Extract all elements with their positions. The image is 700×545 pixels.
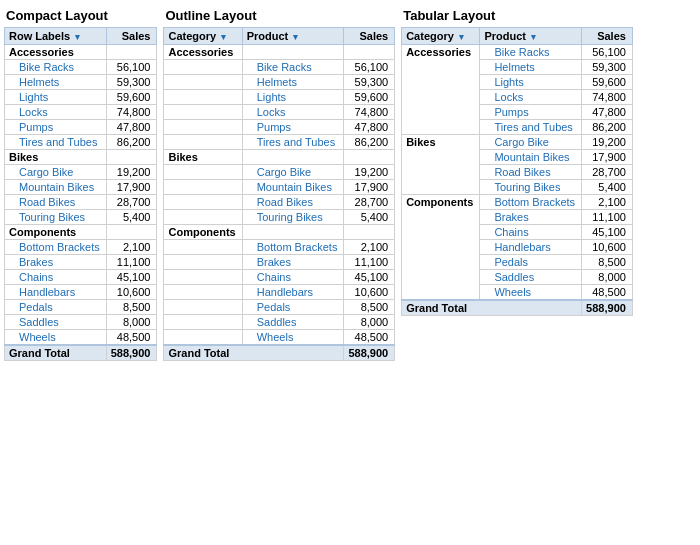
product-name: Touring Bikes xyxy=(5,210,107,225)
outline-category-empty xyxy=(164,90,242,105)
product-name: Mountain Bikes xyxy=(480,150,582,165)
product-row: Handlebars10,600 xyxy=(5,285,157,300)
product-sales: 28,700 xyxy=(106,195,157,210)
grand-total-label: Grand Total xyxy=(402,300,582,316)
product-row: Locks74,800 xyxy=(5,105,157,120)
product-row: Handlebars10,600 xyxy=(164,285,395,300)
product-name: Brakes xyxy=(5,255,107,270)
product-row: Helmets59,300 xyxy=(164,75,395,90)
product-row: Tires and Tubes86,200 xyxy=(5,135,157,150)
product-name: Tires and Tubes xyxy=(5,135,107,150)
outline-category-empty xyxy=(164,330,242,346)
product-row: Bottom Brackets2,100 xyxy=(5,240,157,255)
product-row: Saddles8,000 xyxy=(5,315,157,330)
tabular-header-sales[interactable]: Sales xyxy=(582,28,633,45)
product-row: Touring Bikes5,400 xyxy=(164,210,395,225)
product-row: Mountain Bikes17,900 xyxy=(164,180,395,195)
outline-category-empty xyxy=(164,240,242,255)
filter-icon[interactable]: ▾ xyxy=(531,32,536,42)
tabular-table: Category ▾ Product ▾ Sales AccessoriesBi… xyxy=(401,27,633,316)
product-row: Lights59,600 xyxy=(164,90,395,105)
product-row: Wheels48,500 xyxy=(5,330,157,346)
product-name: Lights xyxy=(5,90,107,105)
outline-category-empty xyxy=(164,210,242,225)
product-name: Brakes xyxy=(242,255,344,270)
product-row: Chains45,100 xyxy=(5,270,157,285)
product-row: Chains45,100 xyxy=(164,270,395,285)
filter-icon[interactable]: ▾ xyxy=(221,32,226,42)
outline-header-category[interactable]: Category ▾ xyxy=(164,28,242,45)
product-row: Road Bikes28,700 xyxy=(164,195,395,210)
category-row: Accessories xyxy=(5,45,157,60)
product-row: Lights59,600 xyxy=(5,90,157,105)
product-sales: 56,100 xyxy=(106,60,157,75)
product-sales: 74,800 xyxy=(582,90,633,105)
filter-icon[interactable]: ▾ xyxy=(459,32,464,42)
product-row: Pumps47,800 xyxy=(5,120,157,135)
product-sales: 8,000 xyxy=(582,270,633,285)
product-sales: 11,100 xyxy=(344,255,395,270)
category-product-empty xyxy=(242,225,344,240)
outline-category-empty xyxy=(164,255,242,270)
grand-total-sales: 588,900 xyxy=(344,345,395,361)
product-name: Bottom Brackets xyxy=(242,240,344,255)
product-sales: 47,800 xyxy=(582,105,633,120)
product-row: Road Bikes28,700 xyxy=(5,195,157,210)
product-sales: 28,700 xyxy=(344,195,395,210)
product-row: Cargo Bike19,200 xyxy=(164,165,395,180)
product-row: Pedals8,500 xyxy=(5,300,157,315)
product-name: Mountain Bikes xyxy=(242,180,344,195)
product-name: Road Bikes xyxy=(480,165,582,180)
outline-category-empty xyxy=(164,180,242,195)
product-sales: 56,100 xyxy=(582,45,633,60)
product-name: Helmets xyxy=(5,75,107,90)
filter-icon[interactable]: ▾ xyxy=(75,32,80,42)
compact-header-rowlabels[interactable]: Row Labels ▾ xyxy=(5,28,107,45)
tabular-header-product[interactable]: Product ▾ xyxy=(480,28,582,45)
compact-layout-title: Compact Layout xyxy=(4,4,157,27)
product-sales: 47,800 xyxy=(106,120,157,135)
product-name: Cargo Bike xyxy=(242,165,344,180)
product-sales: 2,100 xyxy=(582,195,633,210)
outline-category-empty xyxy=(164,165,242,180)
product-row: Mountain Bikes17,900 xyxy=(5,180,157,195)
product-name: Handlebars xyxy=(242,285,344,300)
category-label: Bikes xyxy=(164,150,242,165)
category-row: Bikes xyxy=(5,150,157,165)
outline-category-empty xyxy=(164,105,242,120)
product-sales: 8,500 xyxy=(106,300,157,315)
product-sales: 56,100 xyxy=(344,60,395,75)
category-sales-empty xyxy=(344,45,395,60)
product-name: Chains xyxy=(5,270,107,285)
category-label: Accessories xyxy=(5,45,107,60)
product-row: Brakes11,100 xyxy=(5,255,157,270)
product-name: Pumps xyxy=(480,105,582,120)
product-sales: 8,000 xyxy=(106,315,157,330)
product-row: Tires and Tubes86,200 xyxy=(164,135,395,150)
product-name: Saddles xyxy=(480,270,582,285)
product-name: Road Bikes xyxy=(242,195,344,210)
product-name: Touring Bikes xyxy=(242,210,344,225)
product-sales: 47,800 xyxy=(344,120,395,135)
product-name: Tires and Tubes xyxy=(480,120,582,135)
compact-header-sales[interactable]: Sales xyxy=(106,28,157,45)
grand-total-label: Grand Total xyxy=(164,345,344,361)
category-label: Accessories xyxy=(402,45,480,135)
product-name: Bike Racks xyxy=(480,45,582,60)
product-row: Touring Bikes5,400 xyxy=(5,210,157,225)
grand-total-sales: 588,900 xyxy=(106,345,157,361)
compact-layout-section: Compact Layout Row Labels ▾ Sales Access… xyxy=(4,4,157,361)
product-sales: 10,600 xyxy=(344,285,395,300)
category-sales xyxy=(106,150,157,165)
product-name: Bottom Brackets xyxy=(5,240,107,255)
filter-icon[interactable]: ▾ xyxy=(293,32,298,42)
outline-header-product[interactable]: Product ▾ xyxy=(242,28,344,45)
product-name: Saddles xyxy=(5,315,107,330)
outline-category-empty xyxy=(164,300,242,315)
product-sales: 2,100 xyxy=(106,240,157,255)
outline-header-sales[interactable]: Sales xyxy=(344,28,395,45)
category-sales-empty xyxy=(344,225,395,240)
tabular-header-category[interactable]: Category ▾ xyxy=(402,28,480,45)
product-row: ComponentsBottom Brackets2,100 xyxy=(402,195,633,210)
outline-layout-section: Outline Layout Category ▾ Product ▾ Sale… xyxy=(163,4,395,361)
